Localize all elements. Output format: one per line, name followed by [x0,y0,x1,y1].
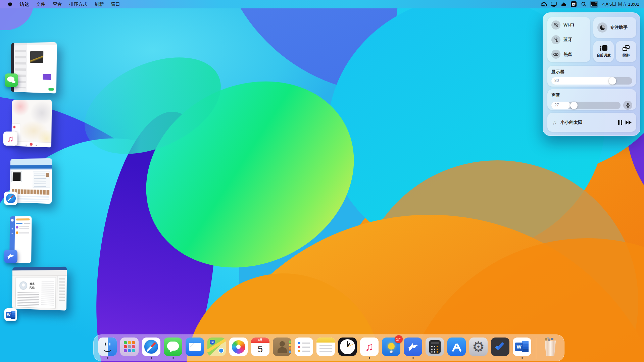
word-letter-glyph: W [6,312,12,318]
stage-thumbnail-messages[interactable] [11,42,57,94]
slider-knob[interactable] [570,102,578,109]
dock-item-mail[interactable] [186,338,204,356]
menu-item-active-app[interactable]: 访达 [16,0,33,8]
dock-item-word[interactable]: W [513,338,531,359]
display-icon[interactable] [549,1,558,8]
dock-item-music[interactable]: ♫ [360,338,379,359]
dock-item-ms-todo[interactable] [491,338,509,356]
wifi-toggle[interactable] [551,20,560,30]
thunder-bird-glyph [407,341,419,353]
pause-button[interactable] [618,120,622,125]
trash-icon[interactable] [541,338,559,356]
dock-item-notes[interactable] [316,338,335,356]
green-chat-bubble-icon[interactable] [5,73,18,87]
launchpad-icon[interactable] [120,338,139,356]
bluetooth-toggle[interactable] [551,35,560,44]
word-icon[interactable]: W [4,308,17,321]
control-center-panel: Wi-Fi 蓝牙 热点 专注助手 台前调度 [543,12,640,136]
dock-item-contacts[interactable] [273,338,291,356]
chat-send-button [48,88,54,91]
wifi-row[interactable]: Wi-Fi [551,20,586,30]
focus-toggle[interactable] [597,22,607,33]
spotlight-search-icon[interactable] [580,1,588,8]
apple-menu[interactable] [4,0,16,8]
contacts-icon[interactable] [273,338,291,356]
input-method-icon[interactable]: 拼 [569,1,578,8]
download-item-lines [19,226,29,227]
sound-value: 27 [554,103,559,107]
maps-icon[interactable]: 280 [207,338,226,356]
weather-icon[interactable]: 17° 晴 [382,338,400,356]
dock-item-trash[interactable] [541,338,559,356]
safari-compass-icon[interactable] [4,192,17,205]
dock-item-finder[interactable] [98,338,117,359]
dock-item-safari[interactable] [142,338,160,359]
app-store-icon[interactable] [447,338,466,356]
stage-thumbnail-music[interactable] [11,100,52,148]
bluetooth-row[interactable]: 蓝牙 [551,35,586,44]
screen-mirroring-label: 投影 [623,53,630,58]
photos-icon[interactable] [229,338,248,356]
dock-item-reminders[interactable] [295,338,313,356]
sound-volume-slider[interactable]: 27 [551,102,621,109]
control-center-icon[interactable] [590,1,598,8]
focus-card[interactable]: 专注助手 [593,17,636,38]
screen-mirroring-card[interactable]: 投影 [616,41,636,62]
contacts-tabs [289,341,291,343]
dock-item-thunder[interactable] [404,338,422,359]
calculator-icon[interactable] [426,338,444,356]
dock-item-weather[interactable]: 17° 晴 [382,338,400,356]
apple-music-icon[interactable]: ♫ [3,132,17,146]
menu-item-window[interactable]: 窗口 [107,0,124,8]
menu-bar-clock[interactable]: 4月5日 周五 13:02 [600,1,641,7]
dock-item-app-store[interactable] [447,338,466,356]
menu-bar-status: 拼 4月5日 周五 13:02 [539,0,644,8]
ms-todo-icon[interactable] [491,338,509,356]
cloud-icon[interactable] [539,1,548,8]
finder-smile [102,347,113,352]
mail-icon[interactable] [186,338,204,356]
menu-item-file[interactable]: 文件 [33,0,49,8]
dock-item-photos[interactable] [229,338,248,356]
notes-icon[interactable] [316,338,335,356]
now-playing-card[interactable]: ♫ 小小的太阳 [547,113,636,132]
gear-icon: ⚙ [472,340,485,354]
fast-forward-button[interactable] [626,120,632,124]
stage-thumbnail-word[interactable]: 姓名 此处 [12,267,67,311]
thunder-bird-icon[interactable] [4,250,17,263]
word-icon[interactable]: W [513,338,531,356]
trash-contents [545,338,547,341]
resume-text-lines [17,292,39,306]
music-note-glyph: ♫ [365,340,374,353]
menu-item-sort[interactable]: 排序方式 [65,0,91,8]
wifi-slash-icon [553,22,559,28]
stage-manager-card[interactable]: 台前调度 [593,41,614,62]
finder-icon[interactable] [98,338,117,356]
dock-item-system-settings[interactable]: ⚙ [469,338,488,356]
slider-knob[interactable] [609,77,616,85]
system-settings-icon[interactable]: ⚙ [469,338,488,356]
reminders-icon[interactable] [295,338,313,356]
word-letter-glyph: W [515,343,523,351]
dock-item-messages[interactable] [164,338,182,359]
music-icon[interactable]: ♫ [360,338,379,356]
thunder-icon[interactable] [404,338,422,356]
dock-item-clock[interactable] [338,338,357,356]
sound-label: 声音 [551,92,632,98]
dock-item-calculator[interactable] [426,338,444,356]
download-item-icons [16,226,18,228]
dock-item-maps[interactable]: 280 [207,338,226,356]
dock-item-calendar[interactable]: 4月 5 [251,338,269,356]
menu-item-view[interactable]: 查看 [49,0,65,8]
dock-item-launchpad[interactable] [120,338,139,356]
messages-icon[interactable] [164,338,182,356]
safari-icon[interactable] [142,338,160,356]
microphone-button[interactable] [623,101,632,110]
menu-item-refresh[interactable]: 刷新 [91,0,107,8]
clock-icon[interactable] [338,338,357,356]
hotspot-toggle[interactable] [551,50,560,59]
eject-icon[interactable] [559,1,568,8]
hotspot-row[interactable]: 热点 [551,50,586,59]
display-brightness-slider[interactable]: 80 [551,77,632,85]
calendar-icon[interactable]: 4月 5 [251,338,269,356]
